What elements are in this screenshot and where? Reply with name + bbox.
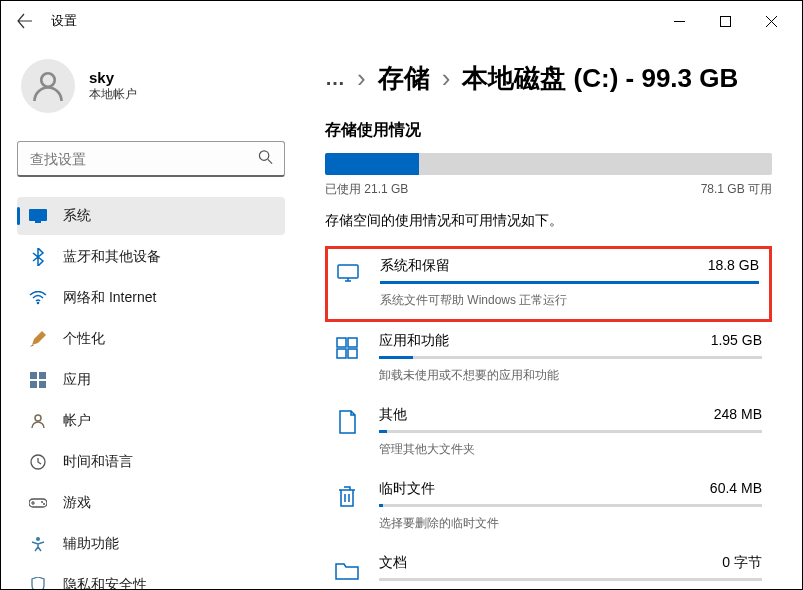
svg-rect-0: [720, 16, 730, 26]
storage-usage-bar: [325, 153, 772, 175]
svg-rect-17: [337, 338, 346, 347]
minimize-button[interactable]: [656, 5, 702, 37]
svg-rect-18: [348, 338, 357, 347]
svg-rect-16: [338, 265, 358, 278]
svg-point-2: [259, 151, 268, 160]
category-name: 文档: [379, 554, 407, 572]
breadcrumb-parent[interactable]: 存储: [378, 61, 430, 96]
person-icon: [30, 68, 66, 104]
grid-icon: [333, 334, 361, 362]
breadcrumb-current: 本地磁盘 (C:) - 99.3 GB: [462, 61, 738, 96]
storage-free-label: 78.1 GB 可用: [701, 181, 772, 198]
paint-icon: [29, 330, 47, 348]
svg-point-15: [36, 537, 40, 541]
nav-item-gaming[interactable]: 游戏: [17, 484, 285, 522]
svg-point-14: [43, 503, 45, 505]
svg-rect-8: [30, 381, 37, 388]
folder-icon: [333, 556, 361, 584]
category-bar: [379, 430, 762, 433]
main-content: … › 存储 › 本地磁盘 (C:) - 99.3 GB 存储使用情况 已使用 …: [301, 41, 802, 589]
category-item[interactable]: 其他248 MB管理其他大文件夹: [325, 396, 772, 470]
bluetooth-icon: [29, 248, 47, 266]
category-item[interactable]: 文档0 字节管理"文档"文件夹: [325, 544, 772, 589]
sidebar: sky 本地帐户 系统 蓝牙和其他设备 网络和 Internet: [1, 41, 301, 589]
category-bar: [379, 504, 762, 507]
account-icon: [29, 412, 47, 430]
nav-label: 个性化: [63, 330, 105, 348]
nav-label: 辅助功能: [63, 535, 119, 553]
category-size: 248 MB: [714, 406, 762, 424]
breadcrumb-ellipsis[interactable]: …: [325, 67, 345, 90]
category-size: 1.95 GB: [711, 332, 762, 350]
maximize-button[interactable]: [702, 5, 748, 37]
usage-description: 存储空间的使用情况和可用情况如下。: [325, 212, 772, 230]
category-size: 60.4 MB: [710, 480, 762, 498]
category-bar-fill: [379, 430, 387, 433]
category-item[interactable]: 系统和保留18.8 GB系统文件可帮助 Windows 正常运行: [325, 246, 772, 322]
minimize-icon: [674, 16, 685, 27]
category-name: 应用和功能: [379, 332, 449, 350]
svg-rect-6: [30, 372, 37, 379]
category-item[interactable]: 应用和功能1.95 GB卸载未使用或不想要的应用和功能: [325, 322, 772, 396]
nav-item-network[interactable]: 网络和 Internet: [17, 279, 285, 317]
maximize-icon: [720, 16, 731, 27]
nav-item-accounts[interactable]: 帐户: [17, 402, 285, 440]
nav-label: 蓝牙和其他设备: [63, 248, 161, 266]
category-bar: [379, 356, 762, 359]
category-description: 选择要删除的临时文件: [379, 515, 762, 532]
svg-rect-19: [337, 349, 346, 358]
svg-point-10: [35, 415, 41, 421]
arrow-left-icon: [17, 13, 33, 29]
accessibility-icon: [29, 535, 47, 553]
nav-item-system[interactable]: 系统: [17, 197, 285, 235]
nav-item-time-language[interactable]: 时间和语言: [17, 443, 285, 481]
nav-label: 系统: [63, 207, 91, 225]
nav-label: 应用: [63, 371, 91, 389]
shield-icon: [29, 576, 47, 590]
title-bar: 设置: [1, 1, 802, 41]
file-icon: [333, 408, 361, 436]
nav-item-apps[interactable]: 应用: [17, 361, 285, 399]
category-bar: [379, 578, 762, 581]
section-title: 存储使用情况: [325, 120, 772, 141]
avatar: [21, 59, 75, 113]
storage-used-label: 已使用 21.1 GB: [325, 181, 408, 198]
nav-item-privacy[interactable]: 隐私和安全性: [17, 566, 285, 590]
category-name: 系统和保留: [380, 257, 450, 275]
svg-rect-20: [348, 349, 357, 358]
nav-label: 帐户: [63, 412, 91, 430]
svg-point-13: [41, 501, 43, 503]
close-button[interactable]: [748, 5, 794, 37]
svg-rect-7: [39, 372, 46, 379]
monitor-icon: [334, 259, 362, 287]
user-name: sky: [89, 69, 137, 86]
nav-list: 系统 蓝牙和其他设备 网络和 Internet 个性化 应用 帐户: [17, 197, 285, 590]
user-account[interactable]: sky 本地帐户: [17, 51, 285, 121]
svg-rect-4: [35, 221, 41, 223]
nav-item-personalization[interactable]: 个性化: [17, 320, 285, 358]
category-list: 系统和保留18.8 GB系统文件可帮助 Windows 正常运行应用和功能1.9…: [325, 246, 772, 589]
clock-icon: [29, 453, 47, 471]
nav-item-bluetooth[interactable]: 蓝牙和其他设备: [17, 238, 285, 276]
svg-point-5: [37, 302, 40, 305]
wifi-icon: [29, 289, 47, 307]
svg-point-1: [41, 73, 55, 87]
category-item[interactable]: 临时文件60.4 MB选择要删除的临时文件: [325, 470, 772, 544]
category-description: 管理其他大文件夹: [379, 441, 762, 458]
svg-rect-3: [29, 209, 47, 221]
category-size: 18.8 GB: [708, 257, 759, 275]
trash-icon: [333, 482, 361, 510]
category-name: 其他: [379, 406, 407, 424]
window-title: 设置: [51, 12, 77, 30]
back-button[interactable]: [9, 5, 41, 37]
nav-item-accessibility[interactable]: 辅助功能: [17, 525, 285, 563]
gamepad-icon: [29, 494, 47, 512]
category-name: 临时文件: [379, 480, 435, 498]
user-type: 本地帐户: [89, 86, 137, 103]
search-input[interactable]: [17, 141, 285, 177]
category-size: 0 字节: [722, 554, 762, 572]
nav-label: 游戏: [63, 494, 91, 512]
category-bar-fill: [380, 281, 759, 284]
svg-rect-9: [39, 381, 46, 388]
search-box: [17, 141, 285, 177]
